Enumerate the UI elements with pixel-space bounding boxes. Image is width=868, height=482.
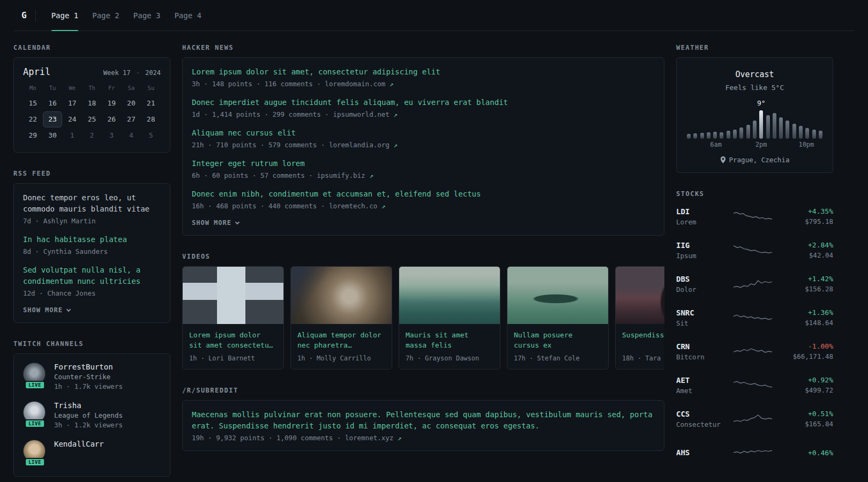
stock-row[interactable]: DBSDolor+1.42%$156.28: [676, 271, 833, 297]
sparkline-chart: [734, 208, 772, 224]
item-meta: 19h · 9,932 points · 1,090 comments · lo…: [192, 434, 655, 442]
stock-row[interactable]: LDILorem+4.35%$795.18: [676, 204, 833, 229]
stock-row[interactable]: IIGIpsum+2.84%$42.04: [676, 237, 833, 263]
stock-symbol[interactable]: LDI: [676, 207, 728, 216]
video-thumbnail[interactable]: [616, 267, 664, 324]
weather-bar: [819, 131, 822, 139]
twitch-channel-name[interactable]: KendallCarr: [54, 440, 104, 448]
stock-row[interactable]: SNRCSit+1.36%$148.64: [676, 305, 833, 330]
stocks-widget: STOCKS LDILorem+4.35%$795.18IIGIpsum+2.8…: [676, 190, 833, 465]
hn-item: Donec enim nibh, condimentum et accumsan…: [192, 189, 655, 210]
subreddit-widget: /R/SUBREDDIT Maecenas mollis pulvinar er…: [182, 387, 664, 451]
hn-item-title[interactable]: Donec imperdiet augue tincidunt felis al…: [192, 97, 655, 108]
stock-change: +0.92%: [777, 376, 833, 384]
stock-symbol[interactable]: CRN: [676, 342, 728, 351]
source-domain-link[interactable]: loremtech.co: [329, 202, 377, 210]
stock-price: $66,171.48: [777, 352, 833, 360]
video-card[interactable]: Nullam posuere cursus ex17h · Stefan Col…: [507, 266, 609, 370]
twitch-avatar-wrap: LIVE: [23, 401, 47, 427]
hn-item-title[interactable]: Lorem ipsum dolor sit amet, consectetur …: [192, 66, 655, 78]
stock-values: +0.46%: [777, 449, 833, 457]
twitch-channel-name[interactable]: ForrestBurton: [54, 363, 123, 371]
video-thumbnail[interactable]: [183, 267, 283, 324]
video-thumbnail[interactable]: [507, 267, 608, 324]
rss-item-title[interactable]: In hac habitasse platea: [23, 234, 161, 245]
calendar-dow-label: Sa: [122, 82, 141, 95]
video-title[interactable]: Aliquam tempor dolor nec pharetra…: [297, 330, 385, 350]
stock-symbol[interactable]: AET: [676, 376, 728, 385]
middle-column: HACKER NEWS Lorem ipsum dolor sit amet, …: [182, 44, 664, 482]
video-card[interactable]: Lorem ipsum dolor sit amet consectetu…1h…: [182, 266, 284, 370]
stock-symbol[interactable]: CCS: [676, 410, 728, 418]
twitch-channel-row[interactable]: LIVETrishaLeague of Legends3h · 1.2k vie…: [23, 401, 161, 429]
calendar-week-label: Week 17: [103, 69, 131, 77]
weather-bar: [753, 120, 757, 139]
twitch-channel-meta: 1h · 1.7k viewers: [54, 382, 123, 390]
video-title[interactable]: Nullam posuere cursus ex: [514, 330, 602, 350]
tab-page-4[interactable]: Page 4: [167, 0, 208, 31]
stock-symbol[interactable]: IIG: [676, 241, 728, 250]
video-title[interactable]: Lorem ipsum dolor sit amet consectetu…: [189, 330, 277, 350]
stock-row[interactable]: AHS+0.46%: [676, 440, 833, 465]
videos-row: Lorem ipsum dolor sit amet consectetu…1h…: [182, 266, 664, 370]
calendar-year: 2024: [145, 69, 161, 77]
weather-hour-label: 2pm: [755, 141, 767, 148]
weather-bar: [727, 131, 730, 139]
twitch-channel-row[interactable]: LIVEForrestBurtonCounter-Strike1h · 1.7k…: [23, 363, 161, 390]
reddit-post-title[interactable]: Maecenas mollis pulvinar erat non posuer…: [192, 409, 655, 432]
stock-symbol[interactable]: SNRC: [676, 308, 728, 317]
stock-values: +1.36%$148.64: [777, 308, 833, 327]
video-thumbnail[interactable]: [399, 267, 500, 324]
source-domain-link[interactable]: loremlandia.org: [329, 141, 390, 149]
weather-condition: Overcast: [686, 70, 824, 79]
stock-values: +4.35%$795.18: [777, 207, 833, 225]
hn-item-title[interactable]: Integer eget rutrum lorem: [192, 158, 655, 169]
tab-page-2[interactable]: Page 2: [85, 0, 126, 31]
stock-price: $42.04: [777, 251, 833, 259]
tab-page-3[interactable]: Page 3: [126, 0, 168, 31]
video-card[interactable]: Mauris sit amet massa felis7h · Grayson …: [399, 266, 500, 370]
twitch-channel-meta: 3h · 1.2k viewers: [54, 421, 123, 429]
hn-show-more-button[interactable]: SHOW MORE: [192, 219, 655, 227]
stock-symbol[interactable]: AHS: [676, 448, 728, 457]
source-domain-link[interactable]: ipsumworld.net: [333, 110, 389, 118]
stock-row[interactable]: AETAmet+0.92%$499.72: [676, 372, 833, 398]
weather-location: Prague, Czechia: [686, 156, 824, 164]
weather-hour-label: 6am: [710, 141, 722, 148]
stock-symbol[interactable]: DBS: [676, 275, 728, 283]
stock-change: +2.84%: [777, 241, 833, 249]
video-card[interactable]: Aliquam tempor dolor nec pharetra…1h · M…: [290, 266, 392, 370]
weather-bar: [773, 113, 776, 139]
source-domain-link[interactable]: loremnet.xyz: [345, 434, 393, 442]
weather-bar: [792, 124, 796, 139]
stock-row[interactable]: CRNBitcorn-1.00%$66,171.48: [676, 338, 833, 364]
stock-price: $499.72: [777, 386, 833, 394]
video-card-body: Suspendisse diam18h · Tara: [616, 324, 664, 369]
video-title[interactable]: Mauris sit amet massa felis: [406, 330, 493, 350]
stock-change: +1.36%: [777, 308, 833, 317]
source-domain-link[interactable]: loremdomain.com: [325, 80, 385, 88]
rss-item-title[interactable]: Sed volutpat nulla nisl, a condimentum n…: [23, 265, 161, 287]
video-title[interactable]: Suspendisse diam: [622, 330, 664, 350]
calendar-day: 24: [62, 111, 82, 127]
weather-bar: [812, 130, 816, 139]
external-link-icon: ↗: [385, 80, 393, 88]
video-card[interactable]: Suspendisse diam18h · Tara: [615, 266, 664, 370]
weather-bar: [739, 127, 743, 139]
video-meta: 7h · Grayson Dawson: [406, 355, 493, 362]
hn-item-title[interactable]: Donec enim nibh, condimentum et accumsan…: [192, 189, 655, 200]
twitch-channel-row[interactable]: LIVEKendallCarr: [23, 440, 161, 465]
rss-show-more-button[interactable]: SHOW MORE: [23, 306, 161, 314]
live-badge: LIVE: [25, 419, 45, 428]
rss-item-title[interactable]: Donec tempor eros leo, ut commodo mauris…: [23, 192, 161, 215]
video-thumbnail[interactable]: [291, 267, 392, 324]
stock-symbol-block: SNRCSit: [676, 308, 728, 327]
twitch-channel-name[interactable]: Trisha: [54, 401, 123, 410]
tab-page-1[interactable]: Page 1: [44, 0, 86, 31]
stock-row[interactable]: CCSConsectetur+0.51%$165.84: [676, 406, 833, 432]
hn-item-title[interactable]: Aliquam nec cursus elit: [192, 127, 655, 139]
source-domain-link[interactable]: ipsumify.biz: [317, 171, 365, 179]
weather-bar: [746, 125, 750, 139]
external-link-icon: ↗: [390, 110, 398, 118]
video-meta: 1h · Lori Barnett: [189, 355, 277, 362]
